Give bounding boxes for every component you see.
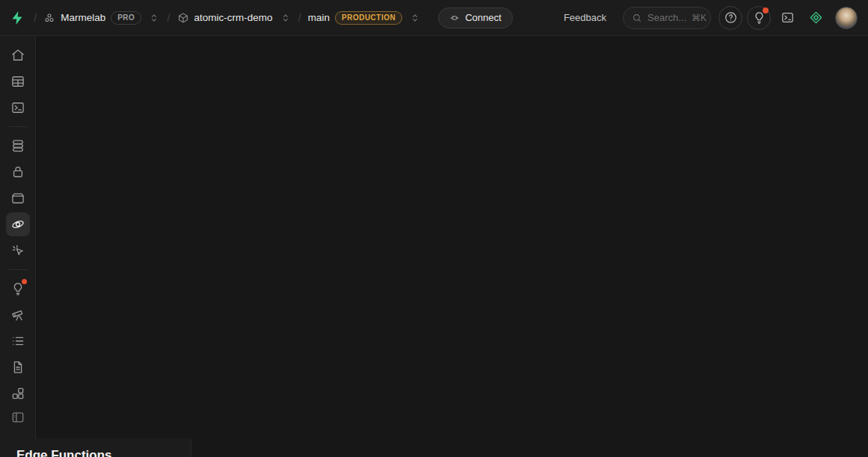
subnav-title: Edge Functions [0, 438, 191, 457]
supabase-logo-icon[interactable] [9, 10, 25, 26]
connect-label: Connect [465, 12, 501, 23]
rail-item-logs-icon[interactable] [6, 329, 30, 353]
realtime-icon [10, 243, 25, 258]
plug-icon [449, 13, 460, 23]
rail-divider [9, 126, 27, 127]
org-select-chevron-icon[interactable] [148, 12, 160, 24]
rail-item-realtime-icon[interactable] [6, 239, 30, 263]
user-avatar[interactable] [835, 7, 858, 29]
project-select-chevron-icon[interactable] [280, 12, 292, 24]
collapse-sidebar-icon [10, 410, 25, 425]
rail-item-storage-icon[interactable] [6, 186, 30, 210]
rail-item-edge-functions-icon[interactable] [6, 212, 30, 236]
notification-dot [763, 7, 769, 13]
topbar-breadcrumbs: / Marmelab PRO / atomic-crm-demo [9, 7, 513, 28]
breadcrumb-slash: / [167, 11, 170, 24]
sql-editor-icon [10, 100, 25, 115]
sidebar-rail-items [6, 43, 30, 405]
assistant-diamond-icon [809, 10, 823, 25]
project-icon [177, 12, 189, 24]
production-badge: PRODUCTION [335, 11, 402, 25]
breadcrumb-slash: / [34, 11, 37, 24]
rail-item-integrations-icon[interactable] [6, 381, 30, 405]
terminal-icon [781, 10, 795, 25]
logs-icon [10, 334, 25, 349]
notification-dot [22, 279, 27, 284]
integrations-icon [10, 386, 25, 401]
table-editor-icon [10, 74, 25, 89]
auth-icon [10, 165, 25, 180]
rail-item-collapse-sidebar-icon[interactable] [6, 405, 30, 429]
rail-item-sql-editor-icon[interactable] [6, 96, 30, 120]
search-input[interactable]: Search... ⌘K [623, 7, 711, 29]
sidebar-rail-bottom [6, 405, 30, 429]
edge-functions-icon [10, 217, 25, 232]
search-icon [632, 13, 642, 23]
project-name: atomic-crm-demo [194, 12, 273, 23]
rail-divider [9, 269, 27, 270]
notifications-lightbulb-button[interactable] [747, 6, 771, 30]
search-placeholder: Search... [647, 12, 686, 23]
breadcrumb-slash: / [298, 11, 301, 24]
help-button[interactable] [718, 6, 742, 30]
rail-item-api-docs-icon[interactable] [6, 355, 30, 379]
org-plan-badge: PRO [111, 11, 141, 25]
search-shortcut: ⌘K [692, 13, 707, 23]
terminal-button[interactable] [775, 6, 799, 30]
topbar: / Marmelab PRO / atomic-crm-demo [0, 0, 868, 36]
rail-item-home-icon[interactable] [6, 43, 30, 67]
storage-icon [10, 191, 25, 206]
org-switcher[interactable]: Marmelab PRO [43, 11, 141, 25]
topbar-right: Feedback Search... ⌘K [555, 6, 858, 30]
help-icon [724, 10, 738, 25]
rail-item-database-icon[interactable] [6, 134, 30, 158]
org-name: Marmelab [61, 12, 105, 23]
branch-name: main [308, 12, 330, 23]
branch-switcher[interactable]: main PRODUCTION [308, 11, 403, 25]
organization-icon [43, 12, 55, 24]
connect-button[interactable]: Connect [438, 7, 512, 28]
rail-item-auth-icon[interactable] [6, 160, 30, 184]
assistant-diamond-button[interactable] [804, 6, 828, 30]
reports-icon [10, 307, 25, 322]
rail-item-reports-icon[interactable] [6, 303, 30, 327]
rail-item-advisors-icon[interactable] [6, 277, 30, 301]
api-docs-icon [10, 360, 25, 375]
shell: Edge Functions MANAGE FunctionsSecrets E… [0, 36, 868, 457]
branch-select-chevron-icon[interactable] [409, 12, 421, 24]
topbar-icon-buttons [718, 6, 828, 30]
app: / Marmelab PRO / atomic-crm-demo [0, 0, 868, 457]
project-switcher[interactable]: atomic-crm-demo [177, 12, 273, 24]
sidebar-rail [0, 36, 36, 438]
rail-item-table-editor-icon[interactable] [6, 70, 30, 93]
feedback-button[interactable]: Feedback [555, 12, 615, 23]
edge-functions-subnav: Edge Functions MANAGE FunctionsSecrets [0, 438, 191, 457]
home-icon [10, 48, 25, 63]
database-icon [10, 138, 25, 153]
